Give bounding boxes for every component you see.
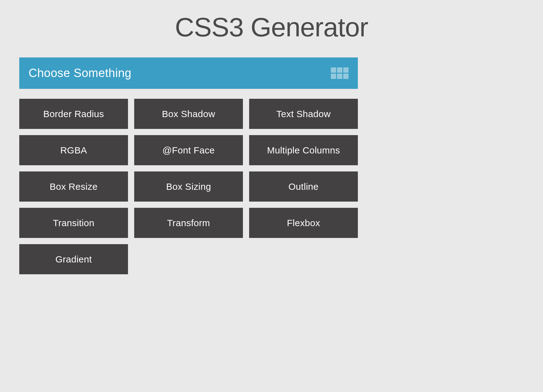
- tile-box-resize[interactable]: Box Resize: [19, 171, 128, 202]
- grid-icon: [331, 67, 349, 79]
- tile-flexbox[interactable]: Flexbox: [249, 208, 358, 238]
- tile-text-shadow[interactable]: Text Shadow: [249, 99, 358, 129]
- tile-transform[interactable]: Transform: [134, 208, 243, 238]
- tile-gradient[interactable]: Gradient: [19, 244, 128, 274]
- main-container: Choose Something Border Radius Box Shado…: [19, 57, 358, 274]
- options-grid: Border Radius Box Shadow Text Shadow RGB…: [19, 99, 358, 274]
- tile-multiple-columns[interactable]: Multiple Columns: [249, 135, 358, 165]
- selector-label: Choose Something: [29, 66, 131, 80]
- tile-border-radius[interactable]: Border Radius: [19, 99, 128, 129]
- page-title: CSS3 Generator: [0, 0, 543, 57]
- selector-header[interactable]: Choose Something: [19, 57, 358, 89]
- tile-transition[interactable]: Transition: [19, 208, 128, 238]
- tile-font-face[interactable]: @Font Face: [134, 135, 243, 165]
- tile-rgba[interactable]: RGBA: [19, 135, 128, 165]
- tile-box-sizing[interactable]: Box Sizing: [134, 171, 243, 202]
- tile-outline[interactable]: Outline: [249, 171, 358, 202]
- tile-box-shadow[interactable]: Box Shadow: [134, 99, 243, 129]
